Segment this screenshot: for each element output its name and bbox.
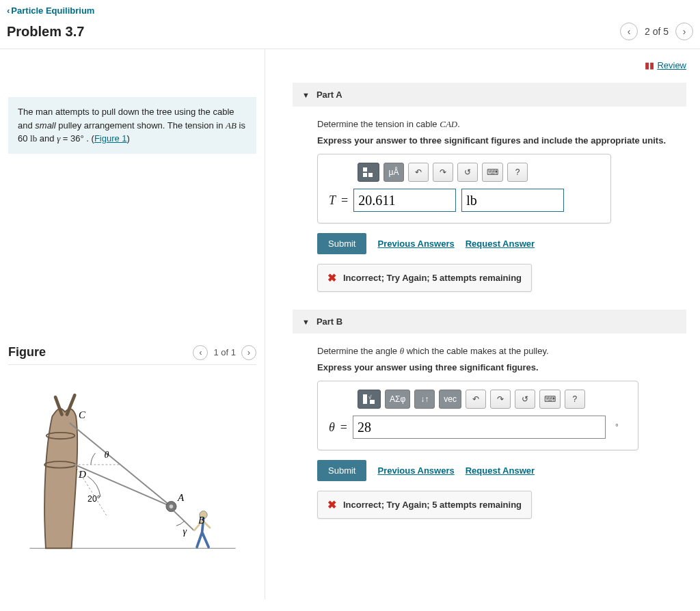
reset-icon[interactable]: ↺: [457, 163, 478, 182]
part-a-value-input[interactable]: [353, 189, 456, 212]
part-a-answer-box: μÅ ↶ ↷ ↺ ⌨ ? T =: [317, 154, 611, 223]
part-b-var: θ: [329, 420, 335, 435]
review-link[interactable]: ▮▮Review: [645, 60, 686, 70]
part-b-title: Part B: [317, 316, 342, 327]
part-a-submit-button[interactable]: Submit: [317, 233, 366, 254]
back-link[interactable]: ‹Particle Equilibrium: [7, 5, 94, 16]
incorrect-icon: ✖: [327, 498, 336, 511]
redo-icon[interactable]: ↷: [490, 390, 511, 409]
caret-down-icon: ▼: [302, 91, 310, 99]
svg-text:γ: γ: [183, 525, 187, 536]
review-icon: ▮▮: [645, 60, 654, 70]
part-a-var: T: [329, 193, 336, 208]
units-button[interactable]: μÅ: [383, 163, 404, 182]
part-b-previous-answers-link[interactable]: Previous Answers: [377, 465, 454, 476]
svg-text:θ: θ: [104, 449, 109, 460]
part-a-hint: Express your answer to three significant…: [317, 135, 686, 146]
svg-text:B: B: [198, 515, 204, 526]
incorrect-icon: ✖: [327, 271, 336, 284]
part-b-feedback: ✖ Incorrect; Try Again; 5 attempts remai…: [317, 491, 532, 519]
vector-button[interactable]: vec: [439, 390, 461, 409]
svg-rect-23: [370, 400, 375, 404]
figure-heading: Figure: [8, 345, 46, 359]
caret-down-icon: ▼: [302, 318, 310, 326]
part-b-value-input[interactable]: [353, 416, 606, 439]
part-a-previous-answers-link[interactable]: Previous Answers: [377, 239, 454, 249]
svg-text:D: D: [77, 468, 85, 479]
templates-icon[interactable]: √: [358, 390, 381, 409]
prev-problem-button[interactable]: ‹: [620, 23, 638, 40]
svg-text:√: √: [368, 394, 372, 400]
part-b-question: Determine the angle θ which the cable ma…: [317, 346, 686, 357]
svg-text:20°: 20°: [88, 494, 100, 504]
help-icon[interactable]: ?: [507, 163, 528, 182]
figure-next-button[interactable]: ›: [241, 345, 256, 360]
keyboard-icon[interactable]: ⌨: [539, 390, 561, 409]
svg-rect-20: [363, 173, 367, 177]
figure-prev-button[interactable]: ‹: [193, 345, 208, 360]
part-b-hint: Express your answer using three signific…: [317, 362, 686, 372]
equals-sign: =: [340, 420, 347, 435]
symbols-button[interactable]: ΑΣφ: [385, 390, 410, 409]
part-a-question: Determine the tension in cable CAD.: [317, 119, 686, 130]
back-link-label: Particle Equilibrium: [11, 5, 94, 16]
next-problem-button[interactable]: ›: [675, 23, 693, 40]
figure-diagram: C D A B θ γ 20°: [8, 365, 256, 570]
chevron-left-icon: ‹: [7, 5, 10, 16]
svg-text:C: C: [78, 409, 85, 420]
degree-symbol: °: [615, 422, 619, 432]
svg-rect-19: [368, 173, 373, 177]
pager-text: 2 of 5: [645, 26, 669, 37]
help-icon[interactable]: ?: [565, 390, 585, 409]
redo-icon[interactable]: ↷: [433, 163, 453, 182]
part-a-title: Part A: [317, 90, 342, 100]
part-b-request-answer-link[interactable]: Request Answer: [466, 465, 535, 476]
problem-title: Problem 3.7: [7, 24, 84, 40]
part-a-header[interactable]: ▼ Part A: [293, 83, 686, 107]
equals-sign: =: [341, 193, 348, 208]
problem-prompt: The man attempts to pull down the tree u…: [8, 97, 256, 154]
figure-link[interactable]: Figure 1: [94, 133, 127, 144]
part-b-header[interactable]: ▼ Part B: [293, 310, 686, 334]
part-a-feedback: ✖ Incorrect; Try Again; 5 attempts remai…: [317, 264, 532, 292]
svg-line-3: [69, 422, 171, 506]
reset-icon[interactable]: ↺: [515, 390, 535, 409]
svg-rect-21: [363, 394, 367, 404]
part-b-answer-box: √ ΑΣφ ↓↑ vec ↶ ↷ ↺ ⌨ ? θ =: [317, 381, 638, 450]
templates-icon[interactable]: [358, 163, 379, 182]
keyboard-icon[interactable]: ⌨: [482, 163, 503, 182]
figure-pager-text: 1 of 1: [213, 347, 236, 357]
svg-text:A: A: [176, 491, 184, 502]
part-b-submit-button[interactable]: Submit: [317, 460, 366, 481]
problem-pager: ‹ 2 of 5 ›: [620, 23, 693, 40]
svg-point-6: [169, 504, 173, 508]
undo-icon[interactable]: ↶: [408, 163, 429, 182]
part-a-request-answer-link[interactable]: Request Answer: [466, 239, 535, 249]
svg-rect-18: [363, 167, 367, 172]
subscript-icon[interactable]: ↓↑: [414, 390, 435, 409]
undo-icon[interactable]: ↶: [466, 390, 486, 409]
part-a-unit-input[interactable]: [461, 189, 564, 212]
